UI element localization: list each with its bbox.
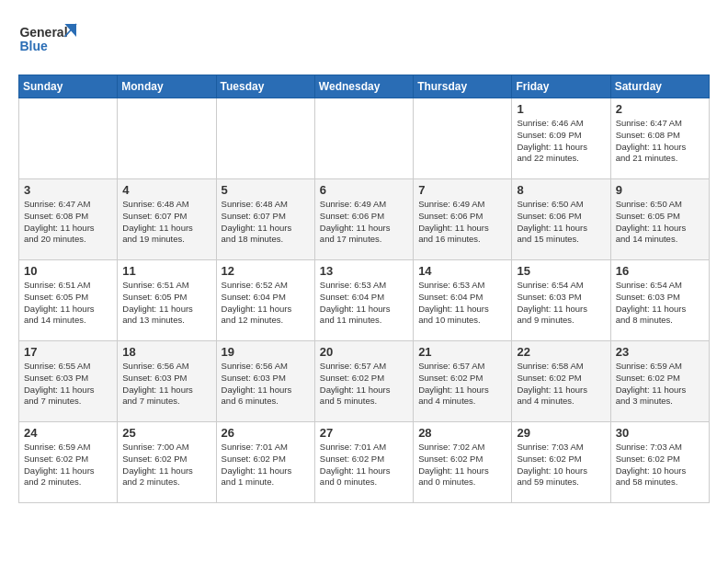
day-info: Sunrise: 6:53 AM Sunset: 6:04 PM Dayligh…: [320, 280, 408, 327]
week-row-2: 3Sunrise: 6:47 AM Sunset: 6:08 PM Daylig…: [19, 179, 710, 260]
day-cell: 19Sunrise: 6:56 AM Sunset: 6:03 PM Dayli…: [216, 341, 314, 422]
day-info: Sunrise: 6:56 AM Sunset: 6:03 PM Dayligh…: [122, 361, 210, 408]
week-row-5: 24Sunrise: 6:59 AM Sunset: 6:02 PM Dayli…: [19, 422, 710, 503]
calendar-table: SundayMondayTuesdayWednesdayThursdayFrid…: [18, 75, 710, 503]
day-info: Sunrise: 6:50 AM Sunset: 6:05 PM Dayligh…: [616, 199, 704, 246]
day-cell: [216, 98, 314, 179]
day-info: Sunrise: 6:59 AM Sunset: 6:02 PM Dayligh…: [616, 361, 704, 408]
day-number: 27: [320, 426, 408, 440]
day-cell: 7Sunrise: 6:49 AM Sunset: 6:06 PM Daylig…: [414, 179, 512, 260]
day-number: 14: [418, 264, 506, 278]
day-number: 12: [222, 264, 310, 278]
day-info: Sunrise: 6:59 AM Sunset: 6:02 PM Dayligh…: [24, 442, 112, 488]
page: General Blue SundayMondayTuesdayWednesda…: [0, 0, 728, 518]
day-info: Sunrise: 6:47 AM Sunset: 6:08 PM Dayligh…: [616, 118, 704, 165]
day-cell: 22Sunrise: 6:58 AM Sunset: 6:02 PM Dayli…: [512, 341, 610, 422]
week-row-4: 17Sunrise: 6:55 AM Sunset: 6:03 PM Dayli…: [19, 341, 710, 422]
day-cell: 27Sunrise: 7:01 AM Sunset: 6:02 PM Dayli…: [314, 422, 413, 503]
day-number: 25: [122, 426, 210, 440]
day-info: Sunrise: 6:56 AM Sunset: 6:03 PM Dayligh…: [222, 361, 310, 408]
day-cell: [414, 98, 512, 179]
header: General Blue: [18, 15, 710, 65]
day-cell: 4Sunrise: 6:48 AM Sunset: 6:07 PM Daylig…: [118, 179, 216, 260]
day-number: 16: [616, 264, 704, 278]
day-cell: 9Sunrise: 6:50 AM Sunset: 6:05 PM Daylig…: [610, 179, 709, 260]
day-number: 9: [616, 183, 704, 197]
day-info: Sunrise: 6:57 AM Sunset: 6:02 PM Dayligh…: [418, 361, 506, 408]
day-cell: 13Sunrise: 6:53 AM Sunset: 6:04 PM Dayli…: [314, 260, 413, 341]
day-number: 2: [616, 102, 704, 116]
day-number: 4: [122, 183, 210, 197]
day-number: 13: [320, 264, 408, 278]
day-info: Sunrise: 7:03 AM Sunset: 6:02 PM Dayligh…: [517, 442, 605, 488]
day-cell: 26Sunrise: 7:01 AM Sunset: 6:02 PM Dayli…: [216, 422, 314, 503]
day-info: Sunrise: 6:57 AM Sunset: 6:02 PM Dayligh…: [320, 361, 408, 408]
calendar-body: 1Sunrise: 6:46 AM Sunset: 6:09 PM Daylig…: [19, 98, 710, 503]
svg-text:General: General: [19, 25, 67, 40]
day-cell: [314, 98, 413, 179]
day-cell: 5Sunrise: 6:48 AM Sunset: 6:07 PM Daylig…: [216, 179, 314, 260]
day-info: Sunrise: 6:47 AM Sunset: 6:08 PM Dayligh…: [24, 199, 112, 246]
day-cell: 1Sunrise: 6:46 AM Sunset: 6:09 PM Daylig…: [512, 98, 610, 179]
day-number: 21: [418, 345, 506, 359]
day-info: Sunrise: 7:03 AM Sunset: 6:02 PM Dayligh…: [616, 442, 704, 488]
week-row-3: 10Sunrise: 6:51 AM Sunset: 6:05 PM Dayli…: [19, 260, 710, 341]
day-info: Sunrise: 7:01 AM Sunset: 6:02 PM Dayligh…: [222, 442, 310, 488]
day-info: Sunrise: 6:48 AM Sunset: 6:07 PM Dayligh…: [222, 199, 310, 246]
calendar-header: SundayMondayTuesdayWednesdayThursdayFrid…: [19, 75, 710, 98]
day-cell: 30Sunrise: 7:03 AM Sunset: 6:02 PM Dayli…: [610, 422, 709, 503]
day-number: 10: [24, 264, 112, 278]
day-cell: 17Sunrise: 6:55 AM Sunset: 6:03 PM Dayli…: [19, 341, 118, 422]
day-number: 3: [24, 183, 112, 197]
day-cell: 29Sunrise: 7:03 AM Sunset: 6:02 PM Dayli…: [512, 422, 610, 503]
day-info: Sunrise: 6:49 AM Sunset: 6:06 PM Dayligh…: [418, 199, 506, 246]
day-info: Sunrise: 6:58 AM Sunset: 6:02 PM Dayligh…: [517, 361, 605, 408]
day-info: Sunrise: 6:54 AM Sunset: 6:03 PM Dayligh…: [517, 280, 605, 327]
day-cell: 28Sunrise: 7:02 AM Sunset: 6:02 PM Dayli…: [414, 422, 512, 503]
day-number: 8: [517, 183, 605, 197]
day-cell: 2Sunrise: 6:47 AM Sunset: 6:08 PM Daylig…: [610, 98, 709, 179]
day-info: Sunrise: 6:52 AM Sunset: 6:04 PM Dayligh…: [222, 280, 310, 327]
day-cell: [118, 98, 216, 179]
header-cell-wednesday: Wednesday: [314, 75, 413, 98]
day-cell: 6Sunrise: 6:49 AM Sunset: 6:06 PM Daylig…: [314, 179, 413, 260]
day-number: 5: [222, 183, 310, 197]
day-cell: 3Sunrise: 6:47 AM Sunset: 6:08 PM Daylig…: [19, 179, 118, 260]
day-cell: 21Sunrise: 6:57 AM Sunset: 6:02 PM Dayli…: [414, 341, 512, 422]
day-number: 17: [24, 345, 112, 359]
day-info: Sunrise: 6:54 AM Sunset: 6:03 PM Dayligh…: [616, 280, 704, 327]
day-cell: 8Sunrise: 6:50 AM Sunset: 6:06 PM Daylig…: [512, 179, 610, 260]
week-row-1: 1Sunrise: 6:46 AM Sunset: 6:09 PM Daylig…: [19, 98, 710, 179]
day-number: 26: [222, 426, 310, 440]
svg-text:Blue: Blue: [19, 39, 48, 53]
header-cell-saturday: Saturday: [610, 75, 709, 98]
day-info: Sunrise: 7:00 AM Sunset: 6:02 PM Dayligh…: [122, 442, 210, 488]
day-info: Sunrise: 6:53 AM Sunset: 6:04 PM Dayligh…: [418, 280, 506, 327]
day-number: 24: [24, 426, 112, 440]
day-number: 6: [320, 183, 408, 197]
day-number: 15: [517, 264, 605, 278]
day-number: 7: [418, 183, 506, 197]
day-cell: [19, 98, 118, 179]
day-number: 20: [320, 345, 408, 359]
day-cell: 24Sunrise: 6:59 AM Sunset: 6:02 PM Dayli…: [19, 422, 118, 503]
day-cell: 20Sunrise: 6:57 AM Sunset: 6:02 PM Dayli…: [314, 341, 413, 422]
day-number: 18: [122, 345, 210, 359]
day-cell: 11Sunrise: 6:51 AM Sunset: 6:05 PM Dayli…: [118, 260, 216, 341]
header-row: SundayMondayTuesdayWednesdayThursdayFrid…: [19, 75, 710, 98]
day-number: 22: [517, 345, 605, 359]
day-number: 1: [517, 102, 605, 116]
day-number: 29: [517, 426, 605, 440]
header-cell-tuesday: Tuesday: [216, 75, 314, 98]
header-cell-thursday: Thursday: [414, 75, 512, 98]
header-cell-sunday: Sunday: [19, 75, 118, 98]
day-info: Sunrise: 6:55 AM Sunset: 6:03 PM Dayligh…: [24, 361, 112, 408]
day-cell: 14Sunrise: 6:53 AM Sunset: 6:04 PM Dayli…: [414, 260, 512, 341]
day-cell: 16Sunrise: 6:54 AM Sunset: 6:03 PM Dayli…: [610, 260, 709, 341]
day-cell: 25Sunrise: 7:00 AM Sunset: 6:02 PM Dayli…: [118, 422, 216, 503]
day-cell: 23Sunrise: 6:59 AM Sunset: 6:02 PM Dayli…: [610, 341, 709, 422]
day-info: Sunrise: 6:48 AM Sunset: 6:07 PM Dayligh…: [122, 199, 210, 246]
day-cell: 10Sunrise: 6:51 AM Sunset: 6:05 PM Dayli…: [19, 260, 118, 341]
day-cell: 18Sunrise: 6:56 AM Sunset: 6:03 PM Dayli…: [118, 341, 216, 422]
day-number: 30: [616, 426, 704, 440]
